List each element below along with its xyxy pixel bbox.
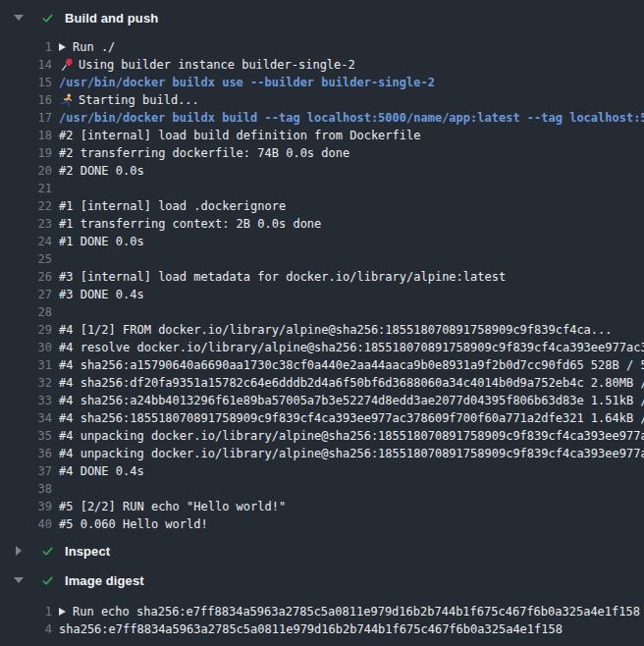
log-line: 23 #1 transferring context: 2B 0.0s done <box>0 215 644 233</box>
line-number[interactable]: 33 <box>0 394 52 407</box>
log-line: 33 #4 sha256:a24bb4013296f61e89ba57005a7… <box>0 392 644 409</box>
line-number[interactable]: 17 <box>0 111 52 125</box>
log-message: #2 [internal] load build definition from… <box>59 129 420 142</box>
line-number[interactable]: 16 <box>0 93 52 107</box>
log-text: Run echo sha256:e7ff8834a5963a2785c5a081… <box>59 605 640 619</box>
log-message: #1 DONE 0.0s <box>59 235 144 248</box>
log-message: #3 DONE 0.4s <box>59 288 144 301</box>
log-line: 32 #4 sha256:df20fa9351a15782c64e6dddb2d… <box>0 374 644 392</box>
log-message: #4 unpacking docker.io/library/alpine@sh… <box>59 447 644 460</box>
line-number[interactable]: 34 <box>0 411 52 425</box>
check-icon <box>41 574 54 587</box>
log-text: sha256:e7ff8834a5963a2785c5a0811e979d16b… <box>59 622 563 636</box>
log-message: sha256:e7ff8834a5963a2785c5a0811e979d16b… <box>59 622 563 636</box>
step-header-image-digest[interactable]: Image digest <box>0 565 644 595</box>
log-text: #4 sha256:df20fa9351a15782c64e6dddb2d4a6… <box>59 376 644 390</box>
log-message: #5 [2/2] RUN echo "Hello world!" <box>59 500 286 513</box>
line-number[interactable]: 4 <box>0 622 52 636</box>
line-number[interactable]: 30 <box>0 341 52 354</box>
log-text: #4 resolve docker.io/library/alpine@sha2… <box>59 341 644 354</box>
log-message: Run echo sha256:e7ff8834a5963a2785c5a081… <box>73 605 640 619</box>
log-line: 25 <box>0 250 644 268</box>
line-number[interactable]: 38 <box>0 482 52 496</box>
line-number[interactable]: 14 <box>0 58 52 72</box>
log-line: 26 #3 [internal] load metadata for docke… <box>0 268 644 286</box>
line-number[interactable]: 28 <box>0 305 52 319</box>
line-number[interactable]: 22 <box>0 199 52 213</box>
log-line: 30 #4 resolve docker.io/library/alpine@s… <box>0 339 644 356</box>
log-line: 4 sha256:e7ff8834a5963a2785c5a0811e979d1… <box>0 620 644 638</box>
chevron-right-icon <box>13 545 25 557</box>
line-number[interactable]: 36 <box>0 447 52 460</box>
log-text: #1 DONE 0.0s <box>59 235 144 248</box>
step-header-build-and-push[interactable]: Build and push <box>0 3 644 32</box>
line-number[interactable]: 25 <box>0 252 52 266</box>
log-message: #4 [1/2] FROM docker.io/library/alpine@s… <box>59 323 613 337</box>
log-line: 39 #5 [2/2] RUN echo "Hello world!" <box>0 498 644 515</box>
log-message: #3 [internal] load metadata for docker.i… <box>59 270 506 284</box>
step-image-digest: Image digest 1 Run echo sha256:e7ff8834a… <box>0 565 644 646</box>
step-title: Inspect <box>65 544 110 559</box>
log-text: #5 [2/2] RUN echo "Hello world!" <box>59 500 286 513</box>
line-number[interactable]: 39 <box>0 500 52 513</box>
line-number[interactable]: 35 <box>0 429 52 443</box>
line-number[interactable]: 21 <box>0 182 52 195</box>
step-title: Build and push <box>65 11 158 26</box>
log-message: #4 sha256:a15790640a6690aa1730c38cf0a440… <box>59 358 644 372</box>
log-message: #2 transferring dockerfile: 74B 0.0s don… <box>59 146 349 160</box>
runner-icon <box>60 93 74 107</box>
line-number[interactable]: 15 <box>0 76 52 89</box>
line-number[interactable]: 1 <box>0 40 52 54</box>
log-text: #4 unpacking docker.io/library/alpine@sh… <box>59 447 644 460</box>
log-line: 29 #4 [1/2] FROM docker.io/library/alpin… <box>0 321 644 339</box>
step-log-image-digest: 1 Run echo sha256:e7ff8834a5963a2785c5a0… <box>0 595 644 646</box>
log-message: #4 sha256:df20fa9351a15782c64e6dddb2d4a6… <box>59 376 644 390</box>
group-toggle-icon[interactable] <box>59 608 66 616</box>
line-number[interactable]: 40 <box>0 517 52 531</box>
line-number[interactable]: 20 <box>0 164 52 178</box>
log-message: Starting build... <box>79 93 199 107</box>
log-line: 22 #1 [internal] load .dockerignore <box>0 197 644 215</box>
log-line: 1 Run ./ <box>0 38 644 56</box>
check-icon <box>41 545 54 558</box>
group-toggle-icon[interactable] <box>59 43 66 51</box>
line-number[interactable]: 27 <box>0 288 52 301</box>
log-line: 36 #4 unpacking docker.io/library/alpine… <box>0 445 644 462</box>
log-line: 35 #4 unpacking docker.io/library/alpine… <box>0 427 644 445</box>
log-message: /usr/bin/docker buildx use --builder bui… <box>59 76 435 89</box>
log-text: Using builder instance builder-single-2 <box>59 58 355 72</box>
log-line: 20 #2 DONE 0.0s <box>0 162 644 180</box>
line-number[interactable]: 29 <box>0 323 52 337</box>
log-message: #4 sha256:185518070891758909c9f839cf4ca3… <box>59 411 644 425</box>
log-message: /usr/bin/docker buildx build --tag local… <box>59 111 644 125</box>
line-number[interactable]: 32 <box>0 376 52 390</box>
log-text: #1 transferring context: 2B 0.0s done <box>59 217 321 231</box>
log-line: 34 #4 sha256:185518070891758909c9f839cf4… <box>0 409 644 427</box>
log-line: 37 #4 DONE 0.4s <box>0 462 644 480</box>
line-number[interactable]: 1 <box>0 605 52 619</box>
line-number[interactable]: 37 <box>0 464 52 478</box>
line-number[interactable]: 23 <box>0 217 52 231</box>
step-header-inspect[interactable]: Inspect <box>0 536 644 565</box>
log-line: 18 #2 [internal] load build definition f… <box>0 127 644 144</box>
line-number[interactable]: 26 <box>0 270 52 284</box>
log-text: #2 [internal] load build definition from… <box>59 129 420 142</box>
log-line: 31 #4 sha256:a15790640a6690aa1730c38cf0a… <box>0 356 644 374</box>
log-text: /usr/bin/docker buildx use --builder bui… <box>59 76 435 89</box>
log-text: #1 [internal] load .dockerignore <box>59 199 286 213</box>
pushpin-icon <box>60 58 74 72</box>
log-message: #2 DONE 0.0s <box>59 164 144 178</box>
line-number[interactable]: 18 <box>0 129 52 142</box>
log-line: 17 /usr/bin/docker buildx build --tag lo… <box>0 109 644 127</box>
log-line: 40 #5 0.060 Hello world! <box>0 515 644 533</box>
check-icon <box>41 12 54 25</box>
line-number[interactable]: 31 <box>0 358 52 372</box>
log-text: #5 0.060 Hello world! <box>59 517 208 531</box>
log-text: #4 sha256:a24bb4013296f61e89ba57005a7b3e… <box>59 394 644 407</box>
log-message: #4 DONE 0.4s <box>59 464 144 478</box>
step-title: Image digest <box>65 573 144 588</box>
line-number[interactable]: 19 <box>0 146 52 160</box>
log-line: 24 #1 DONE 0.0s <box>0 233 644 250</box>
log-line: 38 <box>0 480 644 498</box>
line-number[interactable]: 24 <box>0 235 52 248</box>
